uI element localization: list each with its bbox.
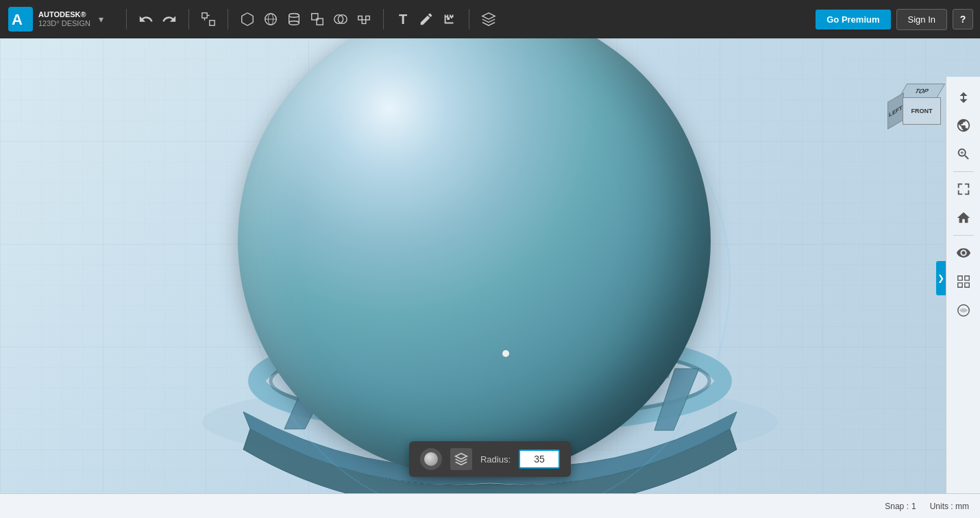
logo-area: A AUTODESK® 123D° DESIGN ▾ <box>0 7 123 32</box>
cube-front-face[interactable]: FRONT <box>903 97 941 125</box>
transform-btn[interactable] <box>197 8 219 30</box>
logo-dropdown-btn[interactable]: ▾ <box>99 14 103 25</box>
svg-rect-18 <box>366 16 370 20</box>
panel-sep-1 <box>953 171 974 172</box>
snap-status: Snap : 1 <box>885 502 916 511</box>
sphere-mode-btn[interactable] <box>420 448 442 470</box>
panel-sep-2 <box>953 235 974 236</box>
transform-tools-group <box>192 8 225 30</box>
svg-rect-19 <box>362 20 366 23</box>
center-dot <box>502 350 509 357</box>
cube-container: TOP LEFT FRONT <box>887 84 942 138</box>
subtract-tool-btn[interactable] <box>330 8 352 30</box>
display-mode-btn[interactable] <box>951 269 977 295</box>
separator-2 <box>188 9 189 29</box>
brand-name: AUTODESK® <box>38 10 90 19</box>
svg-text:A: A <box>12 11 23 28</box>
help-btn[interactable]: ? <box>953 9 973 29</box>
layers-mode-btn[interactable] <box>450 448 472 470</box>
separator-5 <box>469 9 469 29</box>
sign-in-btn[interactable]: Sign In <box>896 9 947 30</box>
logo-text-area: AUTODESK® 123D° DESIGN <box>38 10 90 28</box>
pan-btn[interactable] <box>951 84 977 110</box>
cylinder-tool-btn[interactable] <box>283 8 305 30</box>
svg-rect-17 <box>358 16 363 20</box>
undo-btn[interactable] <box>135 8 157 30</box>
product-name: 123D° DESIGN <box>38 19 90 28</box>
layers-group <box>472 8 505 30</box>
layers-tool-btn[interactable] <box>478 8 500 30</box>
sketch-tool-btn[interactable] <box>415 8 437 30</box>
materials-btn[interactable] <box>951 297 977 323</box>
sphere-tool-btn[interactable] <box>260 8 282 30</box>
shapes-group <box>231 8 380 30</box>
units-status: Units : mm <box>930 502 969 511</box>
measure-tool-btn[interactable] <box>439 8 461 30</box>
cube-top-face[interactable]: TOP <box>898 84 946 99</box>
radius-input[interactable] <box>519 449 560 469</box>
radius-input-panel: Radius: <box>409 441 571 477</box>
home-view-btn[interactable] <box>951 205 977 231</box>
appearance-btn[interactable] <box>951 240 977 266</box>
cube-left-face[interactable]: LEFT <box>887 92 904 130</box>
zoom-btn[interactable] <box>951 141 977 167</box>
group-tool-btn[interactable] <box>353 8 375 30</box>
orbit-btn[interactable] <box>951 112 977 138</box>
box-tool-btn[interactable] <box>236 8 258 30</box>
combine-tool-btn[interactable] <box>306 8 328 30</box>
snap-value: 1 <box>911 502 916 511</box>
radius-label: Radius: <box>480 454 511 465</box>
svg-point-12 <box>289 21 299 25</box>
separator-3 <box>228 9 228 29</box>
header-right: Go Premium Sign In ? <box>816 9 980 30</box>
header: A AUTODESK® 123D° DESIGN ▾ <box>0 0 980 38</box>
separator-4 <box>383 9 384 29</box>
view-cube[interactable]: TOP LEFT FRONT <box>887 84 942 138</box>
status-bar: Snap : 1 Units : mm <box>0 493 980 518</box>
viewport[interactable]: TOP LEFT FRONT <box>0 38 980 518</box>
fit-view-btn[interactable] <box>951 176 977 202</box>
svg-point-9 <box>289 14 299 18</box>
text-tool-btn[interactable]: T <box>392 8 414 30</box>
snap-label: Snap : <box>885 502 909 511</box>
autodesk-logo-icon: A <box>8 7 33 32</box>
collapse-panel-tab[interactable]: ❯ <box>936 261 946 295</box>
tools-group2: T <box>387 8 466 30</box>
svg-rect-2 <box>202 13 207 18</box>
go-premium-btn[interactable]: Go Premium <box>816 10 890 29</box>
svg-rect-3 <box>210 21 215 25</box>
undo-redo-group <box>130 8 186 30</box>
redo-btn[interactable] <box>158 8 180 30</box>
units-label: Units : mm <box>930 502 969 511</box>
right-panel <box>946 77 980 518</box>
separator-1 <box>126 9 127 29</box>
